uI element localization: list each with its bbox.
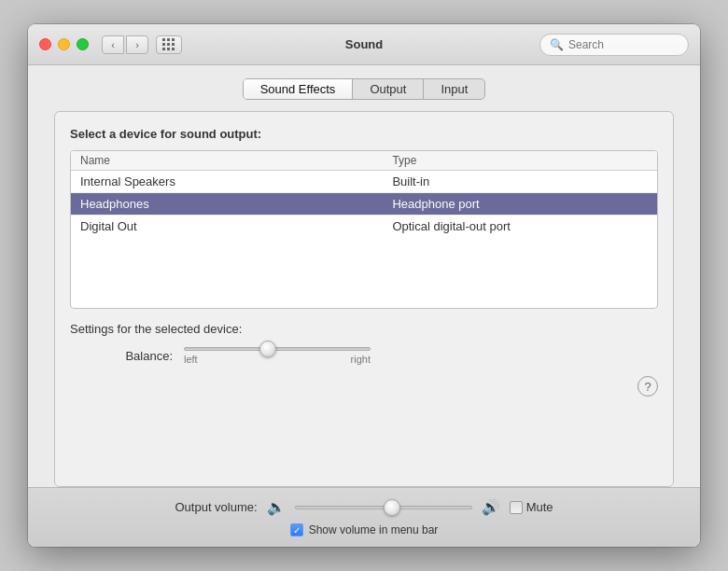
grid-icon (162, 38, 175, 51)
col-header-name: Name (80, 154, 392, 167)
balance-labels: left right (184, 354, 371, 365)
tab-group: Sound Effects Output Input (243, 78, 486, 100)
search-box[interactable]: 🔍 (539, 34, 689, 56)
tabs-row: Sound Effects Output Input (28, 65, 700, 111)
balance-right-label: right (351, 354, 371, 365)
close-button[interactable] (39, 38, 51, 50)
balance-thumb[interactable] (259, 341, 276, 357)
device-section-label: Select a device for sound output: (70, 127, 658, 141)
help-row: ? (70, 370, 658, 397)
device-type-0: Built-in (392, 174, 429, 188)
settings-label: Settings for the selected device: (70, 322, 658, 336)
table-row[interactable]: Digital Out Optical digital-out port (71, 216, 657, 237)
volume-label: Output volume: (175, 500, 257, 514)
traffic-lights (39, 38, 89, 50)
table-row[interactable]: Internal Speakers Built-in (71, 171, 657, 193)
balance-label: Balance: (89, 349, 173, 363)
checkmark-icon: ✓ (293, 525, 301, 536)
search-input[interactable] (568, 38, 679, 51)
bottom-bar: Output volume: 🔈 🔊 Mute ✓ Show volume in… (28, 487, 700, 547)
tab-input[interactable]: Input (424, 79, 484, 99)
minimize-button[interactable] (58, 38, 70, 50)
maximize-button[interactable] (77, 38, 89, 50)
content-area: Sound Effects Output Input Select a devi… (28, 65, 700, 487)
device-table: Name Type Internal Speakers Built-in Hea… (70, 150, 658, 309)
volume-low-icon: 🔈 (267, 498, 286, 516)
nav-buttons: ‹ › (102, 35, 148, 54)
volume-row: Output volume: 🔈 🔊 Mute (175, 498, 553, 516)
help-button[interactable]: ? (637, 376, 658, 397)
device-type-2: Optical digital-out port (392, 219, 510, 233)
main-panel: Select a device for sound output: Name T… (54, 111, 674, 487)
balance-track-wrapper (184, 347, 371, 351)
main-window: ‹ › Sound 🔍 Sound Effects Output Input (28, 24, 700, 547)
volume-thumb[interactable] (384, 499, 400, 516)
mute-checkbox-box[interactable] (510, 501, 523, 514)
tab-output[interactable]: Output (353, 79, 424, 99)
window-title: Sound (345, 37, 383, 51)
balance-track (184, 347, 371, 351)
device-name-2: Digital Out (80, 219, 392, 233)
table-header: Name Type (71, 151, 657, 171)
mute-label: Mute (526, 500, 553, 514)
table-row[interactable]: Headphones Headphone port (71, 193, 657, 216)
volume-track (295, 506, 472, 509)
settings-section: Settings for the selected device: Balanc… (70, 322, 658, 370)
forward-button[interactable]: › (126, 35, 148, 54)
balance-slider-container: left right (184, 347, 371, 365)
grid-button[interactable] (156, 35, 182, 54)
tab-sound-effects[interactable]: Sound Effects (244, 79, 354, 99)
device-name-1: Headphones (80, 197, 392, 211)
show-volume-row: ✓ Show volume in menu bar (290, 523, 439, 536)
col-header-type: Type (392, 154, 416, 167)
device-type-1: Headphone port (392, 197, 479, 211)
balance-row: Balance: left right (70, 347, 658, 365)
show-volume-checkbox[interactable]: ✓ (290, 523, 303, 536)
balance-left-label: left (184, 354, 198, 365)
show-volume-label: Show volume in menu bar (309, 523, 439, 536)
volume-high-icon: 🔊 (482, 498, 500, 516)
back-button[interactable]: ‹ (102, 35, 124, 54)
search-icon: 🔍 (550, 38, 564, 51)
table-body: Internal Speakers Built-in Headphones He… (71, 171, 657, 237)
device-name-0: Internal Speakers (80, 174, 392, 188)
titlebar: ‹ › Sound 🔍 (28, 24, 700, 65)
mute-checkbox[interactable]: Mute (510, 500, 553, 514)
